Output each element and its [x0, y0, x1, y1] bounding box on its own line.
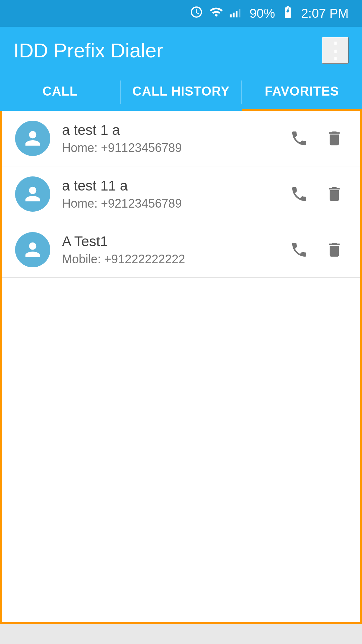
- avatar: [15, 121, 50, 156]
- app-bar: IDD Prefix Dialer ⋮: [0, 27, 362, 74]
- svg-rect-1: [233, 12, 235, 17]
- contact-actions: [287, 181, 347, 207]
- tab-favorites[interactable]: FAVORITES: [242, 74, 362, 111]
- battery-icon: [281, 5, 295, 22]
- bottom-bar: [0, 624, 362, 644]
- overflow-menu-button[interactable]: ⋮: [322, 37, 349, 64]
- time-display: 2:07 PM: [301, 6, 349, 21]
- tab-call[interactable]: CALL: [0, 74, 120, 111]
- svg-rect-2: [236, 11, 238, 17]
- delete-button[interactable]: [322, 181, 347, 207]
- call-button[interactable]: [287, 181, 312, 207]
- trash-icon: [325, 240, 344, 259]
- call-button[interactable]: [287, 126, 312, 151]
- person-icon: [22, 183, 44, 205]
- phone-icon: [290, 129, 308, 148]
- svg-rect-3: [239, 9, 240, 17]
- contact-item: A Test1 Mobile: +91222222222: [2, 222, 360, 278]
- tab-bar: CALL CALL HISTORY FAVORITES: [0, 74, 362, 111]
- contact-name: a test 1 a: [62, 122, 287, 138]
- contact-phone: Home: +92123456789: [62, 197, 287, 211]
- delete-button[interactable]: [322, 237, 347, 262]
- trash-icon: [325, 129, 344, 148]
- battery-percentage: 90%: [249, 6, 275, 21]
- app-title: IDD Prefix Dialer: [13, 39, 163, 62]
- contact-info: a test 11 a Home: +92123456789: [62, 178, 287, 211]
- status-icons: 90% 2:07 PM: [190, 5, 349, 22]
- svg-rect-0: [230, 14, 232, 17]
- avatar: [15, 176, 50, 212]
- contact-name: A Test1: [62, 233, 287, 250]
- contact-phone: Home: +91123456789: [62, 141, 287, 155]
- contact-info: A Test1 Mobile: +91222222222: [62, 233, 287, 266]
- trash-icon: [325, 185, 344, 203]
- person-icon: [22, 127, 44, 149]
- delete-button[interactable]: [322, 126, 347, 151]
- contact-list: a test 1 a Home: +91123456789: [2, 111, 360, 278]
- status-bar: 90% 2:07 PM: [0, 0, 362, 27]
- contact-item: a test 11 a Home: +92123456789: [2, 166, 360, 222]
- avatar: [15, 232, 50, 267]
- phone-icon: [290, 185, 308, 203]
- tab-call-history[interactable]: CALL HISTORY: [121, 74, 241, 111]
- signal-icon: [229, 5, 243, 22]
- contact-item: a test 1 a Home: +91123456789: [2, 111, 360, 166]
- content-area: a test 1 a Home: +91123456789: [0, 111, 362, 624]
- alarm-icon: [190, 5, 203, 22]
- contact-info: a test 1 a Home: +91123456789: [62, 122, 287, 155]
- wifi-icon: [209, 5, 223, 22]
- phone-icon: [290, 240, 308, 259]
- contact-actions: [287, 126, 347, 151]
- contact-actions: [287, 237, 347, 262]
- call-button[interactable]: [287, 237, 312, 262]
- contact-phone: Mobile: +91222222222: [62, 252, 287, 266]
- person-icon: [22, 239, 44, 261]
- contact-name: a test 11 a: [62, 178, 287, 194]
